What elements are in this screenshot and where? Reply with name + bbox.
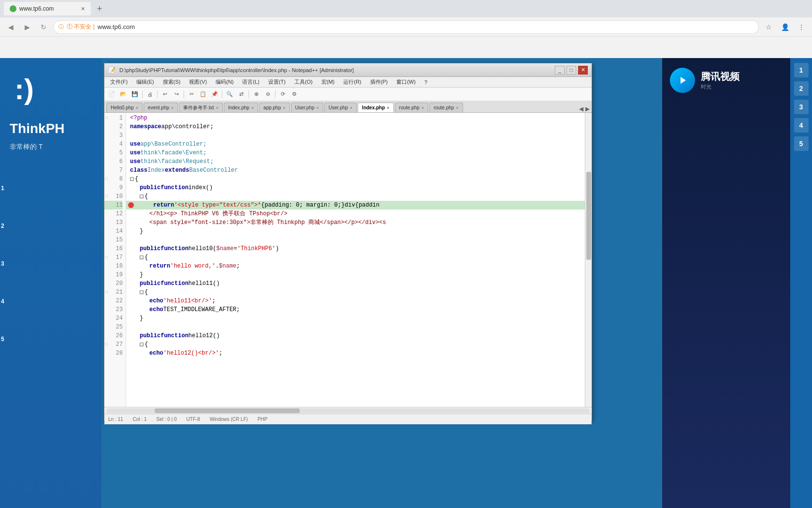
menu-window[interactable]: 窗口(W) [392, 77, 420, 87]
menu-edit[interactable]: 编辑(E) [132, 77, 158, 87]
new-tab-button[interactable]: + [93, 2, 106, 15]
tab-route1[interactable]: route.php × [395, 103, 429, 112]
code-line-6[interactable]: use think\facade\Request; [126, 157, 592, 166]
tab-user2-close[interactable]: × [350, 105, 352, 110]
hscroll-thumb[interactable] [155, 408, 300, 413]
toolbar-new[interactable]: 📄 [106, 89, 117, 100]
tab-index-active[interactable]: Index.php × [358, 103, 394, 112]
refresh-button[interactable]: ↻ [37, 20, 50, 34]
tab-event[interactable]: event.php × [144, 103, 178, 112]
menu-tools[interactable]: 工具(O) [290, 77, 317, 87]
code-line-20[interactable]: public function hello11() [126, 279, 592, 288]
code-line-2[interactable]: namespace app\controller; [126, 122, 592, 131]
code-line-23[interactable]: echo TEST_IMDDLEWARE_AFTER; [126, 305, 592, 314]
code-line-5[interactable]: use think\facade\Event; [126, 149, 592, 157]
menu-settings[interactable]: 设置(T) [264, 77, 290, 87]
code-line-21[interactable]: □{ [126, 288, 592, 297]
menu-run[interactable]: 运行(R) [339, 77, 365, 87]
horizontal-scrollbar[interactable] [104, 407, 592, 414]
tab-app-close[interactable]: × [283, 105, 285, 110]
code-line-4[interactable]: use app\BaseController; [126, 140, 592, 149]
account-icon[interactable]: 👤 [778, 20, 792, 34]
code-line-3[interactable] [126, 131, 592, 140]
toolbar-open[interactable]: 📂 [118, 89, 129, 100]
tab-event-close[interactable]: × [171, 105, 174, 110]
menu-macro[interactable]: 宏(M) [318, 77, 339, 87]
toolbar-print[interactable]: 🖨 [145, 89, 155, 100]
fold-marker-27[interactable]: □ [140, 343, 144, 346]
menu-help[interactable]: ? [420, 78, 431, 86]
vertical-scrollbar[interactable] [585, 113, 592, 407]
menu-language[interactable]: 语言(L) [238, 77, 263, 87]
fold-marker-17[interactable]: □ [140, 255, 144, 259]
code-line-7[interactable]: class Index extends BaseController [126, 166, 592, 175]
menu-search[interactable]: 搜索(S) [159, 77, 185, 87]
close-button[interactable]: ✕ [578, 66, 588, 75]
tab-events-ref-close[interactable]: × [216, 105, 218, 110]
code-line-11[interactable]: return '<style type="text/css">*{ paddin… [126, 201, 592, 209]
tab-hello0-close[interactable]: × [136, 105, 138, 110]
menu-view[interactable]: 视图(V) [185, 77, 211, 87]
code-line-8[interactable]: □{ [126, 175, 592, 183]
tab-user2[interactable]: User.php × [324, 103, 357, 112]
code-line-24[interactable]: } [126, 314, 592, 323]
code-line-27[interactable]: □{ [126, 340, 592, 349]
menu-file[interactable]: 文件(F) [106, 77, 131, 87]
code-line-28[interactable]: echo 'hello12()<br/>'; [126, 349, 592, 358]
code-wrapper[interactable]: <?php namespace app\controller; use app\… [126, 113, 592, 407]
forward-button[interactable]: ▶ [20, 20, 34, 34]
tab-hello0[interactable]: Hello0.php × [106, 103, 143, 112]
code-line-16[interactable]: public function hello10($name = 'ThinkPH… [126, 244, 592, 253]
toolbar-undo[interactable]: ↩ [160, 89, 170, 100]
minimize-button[interactable]: _ [555, 66, 565, 75]
tab-close-icon[interactable]: ✕ [81, 6, 85, 12]
code-line-18[interactable]: return 'hello word,' . $name; [126, 262, 592, 270]
scrollbar-thumb[interactable] [586, 172, 591, 260]
tab-user1-close[interactable]: × [317, 105, 319, 110]
toolbar-replace[interactable]: ⇄ [236, 89, 246, 100]
fold-marker-10[interactable]: □ [140, 194, 144, 198]
code-line-25[interactable] [126, 323, 592, 331]
code-line-17[interactable]: □{ [126, 253, 592, 262]
toolbar-settings[interactable]: ⚙ [289, 89, 300, 100]
tab-app[interactable]: app.php × [259, 103, 290, 112]
tab-route2[interactable]: route.php × [429, 103, 463, 112]
code-content[interactable]: <?php namespace app\controller; use app\… [126, 113, 592, 359]
tab-route2-close[interactable]: × [456, 105, 458, 110]
fold-marker-21[interactable]: □ [140, 290, 144, 294]
code-line-15[interactable] [126, 236, 592, 244]
code-line-26[interactable]: public function hello12() [126, 331, 592, 340]
toolbar-cut[interactable]: ✂ [186, 89, 197, 100]
code-line-10[interactable]: □{ [126, 192, 592, 201]
toolbar-sync[interactable]: ⟳ [277, 89, 288, 100]
tab-prev[interactable]: ◀ [579, 105, 583, 112]
tab-index-active-close[interactable]: × [387, 105, 389, 110]
toolbar-redo[interactable]: ↪ [171, 89, 182, 100]
tab-route1-close[interactable]: × [421, 105, 424, 110]
code-line-9[interactable]: public function index() [126, 183, 592, 192]
tab-events-ref[interactable]: 事件参考手.txt × [179, 103, 223, 112]
toolbar-save[interactable]: 💾 [130, 89, 140, 100]
toolbar-paste[interactable]: 📌 [209, 89, 220, 100]
tab-index1-close[interactable]: × [251, 105, 254, 110]
code-line-14[interactable]: } [126, 227, 592, 236]
address-bar[interactable]: ⓘ ① 不安全 | www.tp6.com [53, 20, 759, 34]
tab-user1[interactable]: User.php × [291, 103, 323, 112]
code-line-19[interactable]: } [126, 270, 592, 279]
tab-index1[interactable]: Index.php × [224, 103, 258, 112]
active-tab[interactable]: www.tp6.com ✕ [4, 2, 91, 15]
code-line-22[interactable]: echo 'hello11<br/>'; [126, 297, 592, 305]
fold-marker-8[interactable]: □ [130, 177, 134, 181]
tab-next[interactable]: ▶ [585, 105, 590, 112]
code-line-1[interactable]: <?php [126, 114, 592, 122]
menu-encoding[interactable]: 编码(N) [212, 77, 237, 87]
bookmark-icon[interactable]: ☆ [762, 20, 775, 34]
back-button[interactable]: ◀ [4, 20, 17, 34]
menu-plugins[interactable]: 插件(P) [366, 77, 392, 87]
toolbar-zoom-in[interactable]: ⊕ [251, 89, 261, 100]
maximize-button[interactable]: □ [566, 66, 576, 75]
toolbar-copy[interactable]: 📋 [198, 89, 208, 100]
more-icon[interactable]: ⋮ [795, 20, 808, 34]
code-line-12[interactable]: </h1><p> ThinkPHP V6 携手联合 TPshop<br/> [126, 209, 592, 218]
toolbar-zoom-out[interactable]: ⊖ [262, 89, 273, 100]
